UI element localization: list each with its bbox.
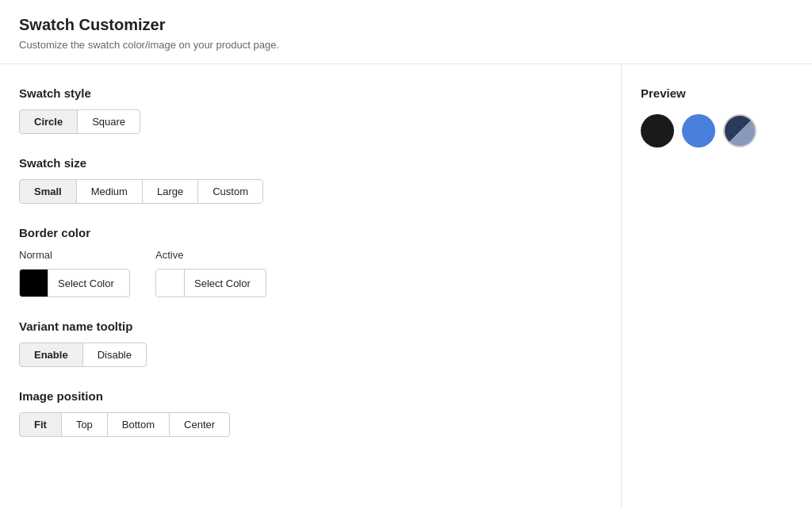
image-position-group: Fit Top Bottom Center [19, 412, 602, 437]
border-color-normal-btn[interactable]: Select Color [19, 269, 130, 297]
border-color-label: Border color [19, 226, 602, 239]
image-position-label: Image position [19, 389, 602, 403]
variant-tooltip-label: Variant name tooltip [19, 320, 602, 333]
border-color-row: Normal Select Color Active Select Color [19, 249, 602, 297]
preview-panel: Preview [622, 64, 812, 508]
swatch-size-medium-btn[interactable]: Medium [76, 179, 143, 204]
swatch-size-custom-btn[interactable]: Custom [197, 179, 263, 204]
variant-tooltip-group: Enable Disable [19, 343, 602, 367]
page-title: Swatch Customizer [19, 16, 793, 34]
swatch-style-section: Swatch style Circle Square [19, 86, 602, 134]
main-panel: Swatch style Circle Square Swatch size S… [0, 64, 622, 508]
border-color-section: Border color Normal Select Color Active … [19, 226, 602, 297]
preview-swatch-dark [641, 114, 674, 147]
swatch-style-square-btn[interactable]: Square [77, 109, 140, 134]
swatch-size-section: Swatch size Small Medium Large Custom [19, 156, 602, 204]
image-position-fit-btn[interactable]: Fit [19, 412, 62, 437]
border-color-active-label: Active [155, 249, 266, 261]
swatch-size-large-btn[interactable]: Large [142, 179, 198, 204]
image-position-section: Image position Fit Top Bottom Center [19, 389, 602, 437]
preview-swatch-blue [682, 114, 715, 147]
variant-tooltip-section: Variant name tooltip Enable Disable [19, 320, 602, 367]
image-position-top-btn[interactable]: Top [61, 412, 108, 437]
border-color-active-text: Select Color [185, 277, 260, 289]
swatch-size-small-btn[interactable]: Small [19, 179, 77, 204]
border-color-normal-swatch [20, 269, 48, 297]
preview-swatches [641, 114, 793, 147]
page-subtitle: Customize the swatch color/image on your… [19, 39, 793, 51]
variant-tooltip-disable-btn[interactable]: Disable [82, 343, 147, 367]
page-header: Swatch Customizer Customize the swatch c… [0, 0, 812, 64]
swatch-size-group: Small Medium Large Custom [19, 179, 602, 204]
variant-tooltip-enable-btn[interactable]: Enable [19, 343, 83, 367]
swatch-style-label: Swatch style [19, 86, 602, 100]
content-area: Swatch style Circle Square Swatch size S… [0, 64, 812, 508]
image-position-center-btn[interactable]: Center [169, 412, 230, 437]
border-color-active-swatch [156, 269, 185, 297]
border-color-normal-group: Normal Select Color [19, 249, 130, 297]
preview-label: Preview [641, 86, 793, 100]
border-color-active-group: Active Select Color [155, 249, 266, 297]
swatch-style-circle-btn[interactable]: Circle [19, 109, 78, 134]
border-color-normal-label: Normal [19, 249, 130, 261]
image-position-bottom-btn[interactable]: Bottom [107, 412, 170, 437]
swatch-size-label: Swatch size [19, 156, 602, 170]
swatch-style-group: Circle Square [19, 109, 602, 134]
border-color-normal-text: Select Color [48, 277, 124, 289]
border-color-active-btn[interactable]: Select Color [155, 269, 266, 297]
preview-swatch-split [723, 114, 756, 147]
